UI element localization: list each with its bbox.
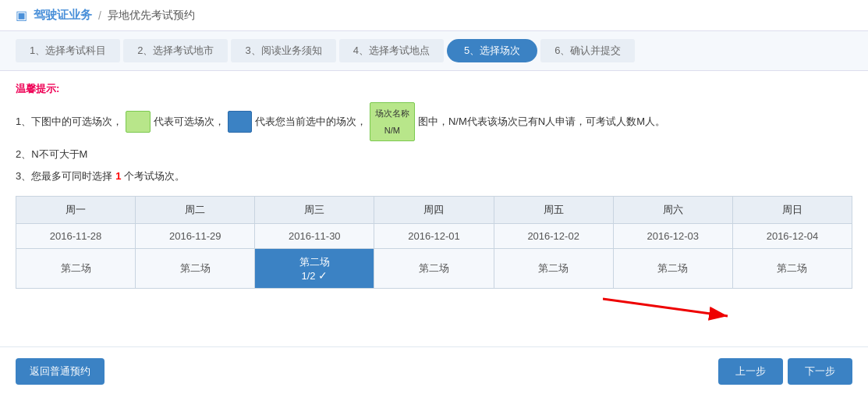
step-6[interactable]: 6、确认并提交 [540, 39, 635, 62]
step-4[interactable]: 4、选择考试地点 [339, 39, 444, 62]
tip1-text4: 图中，N/M代表该场次已有N人申请，可考试人数M人。 [418, 113, 665, 130]
prev-button[interactable]: 上一步 [718, 358, 783, 385]
header-mon: 周一 [16, 197, 136, 224]
tip1-green-box [126, 111, 150, 133]
header-thu: 周四 [374, 197, 494, 224]
header-tue: 周二 [136, 197, 255, 224]
tip3-text-after: 个考试场次。 [124, 168, 185, 185]
header-title: 驾驶证业务 [34, 8, 92, 23]
step-2[interactable]: 2、选择考试地市 [123, 39, 228, 62]
tip1-text2: 代表可选场次， [154, 113, 225, 130]
steps-bar: 1、选择考试科目 2、选择考试地市 3、阅读业务须知 4、选择考试地点 5、选择… [0, 31, 868, 71]
date-tue: 2016-11-29 [136, 224, 255, 249]
tip-line-1: 1、下图中的可选场次， 代表可选场次， 代表您当前选中的场次， 场次名称N/M … [16, 102, 852, 141]
slot-sun[interactable]: 第二场 [732, 249, 852, 289]
tip1-blue-box [228, 111, 252, 133]
date-row: 2016-11-28 2016-11-29 2016-11-30 2016-12… [16, 224, 852, 249]
svg-line-1 [603, 299, 728, 316]
main-content: 温馨提示: 1、下图中的可选场次， 代表可选场次， 代表您当前选中的场次， 场次… [0, 71, 868, 339]
arrow-row [16, 289, 852, 328]
date-sun: 2016-12-04 [732, 224, 852, 249]
check-icon: ✓ [318, 269, 328, 282]
red-arrow-icon [603, 293, 743, 321]
date-sat: 2016-12-03 [613, 224, 732, 249]
slot-mon[interactable]: 第二场 [16, 249, 136, 289]
tip1-text3: 代表您当前选中的场次， [255, 113, 367, 130]
date-wed: 2016-11-30 [255, 224, 374, 249]
license-icon: ▣ [16, 8, 27, 23]
schedule-table: 周一 周二 周三 周四 周五 周六 周日 2016-11-28 2016-11-… [16, 196, 852, 289]
tip3-highlight: 1 [115, 168, 121, 185]
date-fri: 2016-12-02 [494, 224, 613, 249]
date-thu: 2016-12-01 [374, 224, 494, 249]
header-subtitle: 异地优先考试预约 [108, 9, 195, 23]
header-wed: 周三 [255, 197, 374, 224]
header-sun: 周日 [732, 197, 852, 224]
tip-line-3: 3、您最多可同时选择 1 个考试场次。 [16, 168, 852, 185]
slot-sat[interactable]: 第二场 [613, 249, 732, 289]
breadcrumb-sep: / [98, 9, 101, 22]
slot-wed-sub: 1/2 ✓ [302, 269, 328, 282]
header-sat: 周六 [613, 197, 732, 224]
tip1-text1: 1、下图中的可选场次， [16, 113, 122, 130]
tip3-text-before: 3、您最多可同时选择 [16, 168, 112, 185]
slot-wed-label: 第二场 [299, 255, 330, 269]
tip1-legend: 场次名称N/M [370, 102, 415, 141]
step-5[interactable]: 5、选择场次 [447, 39, 537, 62]
tip-line-2: 2、N不可大于M [16, 146, 852, 163]
step-3[interactable]: 3、阅读业务须知 [231, 39, 335, 62]
date-mon: 2016-11-28 [16, 224, 136, 249]
slot-wed-sub-val: 1/2 [302, 270, 316, 282]
tips-title: 温馨提示: [16, 82, 852, 96]
footer-bar: 返回普通预约 上一步 下一步 [0, 346, 868, 396]
slot-fri[interactable]: 第二场 [494, 249, 613, 289]
header-fri: 周五 [494, 197, 613, 224]
tip2-text: 2、N不可大于M [16, 146, 87, 163]
slot-thu[interactable]: 第二场 [374, 249, 494, 289]
slot-wed[interactable]: 第二场 1/2 ✓ [255, 249, 374, 289]
step-1[interactable]: 1、选择考试科目 [16, 39, 120, 62]
return-button[interactable]: 返回普通预约 [16, 358, 105, 385]
next-button[interactable]: 下一步 [788, 358, 852, 385]
slot-row: 第二场 第二场 第二场 1/2 ✓ 第二场 第二场 第二场 [16, 249, 852, 289]
slot-tue[interactable]: 第二场 [136, 249, 255, 289]
footer-right-buttons: 上一步 下一步 [714, 358, 852, 385]
